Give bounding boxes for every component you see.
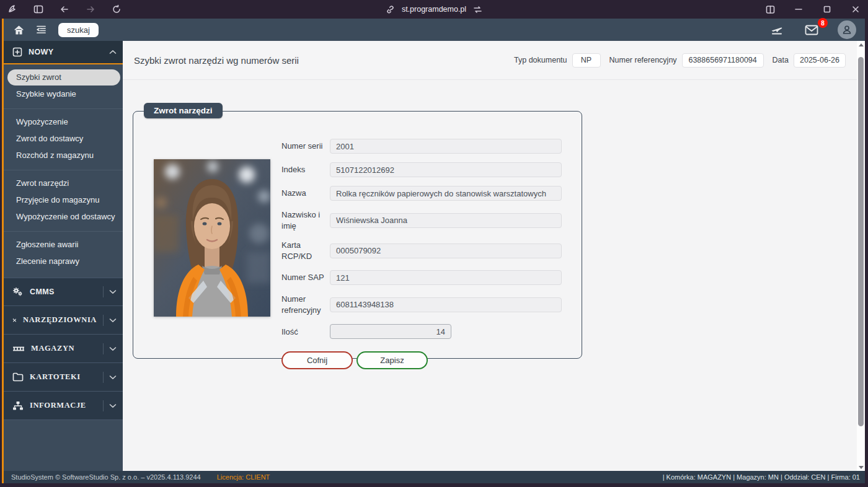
form-row: Numer serii — [281, 139, 562, 154]
card-legend: Zwrot narzędzi — [144, 103, 223, 118]
sidebar-item-rozchod-z-magazynu[interactable]: Rozchód z magazynu — [7, 147, 120, 164]
form-row: Nazwa — [281, 186, 562, 201]
scroll-up-arrow[interactable] — [857, 41, 865, 48]
maximize-icon[interactable] — [821, 3, 833, 15]
sitemap-icon — [12, 401, 24, 411]
zwrot-narzedzi-card: Zwrot narzędzi — [133, 111, 582, 359]
address-bar[interactable]: st.programdemo.pl — [267, 3, 601, 15]
sidebar-item-przyjecie-do-magazynu[interactable]: Przyjęcie do magazynu — [7, 192, 120, 208]
sidebar-section-label: CMMS — [30, 287, 97, 296]
back-icon[interactable] — [58, 3, 71, 15]
sidebar-section-informacje[interactable]: INFORMACJE — [4, 392, 123, 420]
browser-toolbar: st.programdemo.pl — [0, 0, 868, 19]
sidebar-section-cmms[interactable]: CMMS — [4, 278, 123, 306]
form-row: Ilość — [281, 324, 562, 339]
outdent-icon[interactable] — [32, 22, 50, 38]
footer-license: Licencja: CLIENT — [217, 473, 270, 481]
sidebar-item-wypozyczenie-od-dostawcy[interactable]: Wypożyczenie od dostawcy — [7, 209, 120, 225]
field-label: Ilość — [281, 327, 330, 338]
return-form: Numer serii Indeks Nazwa Nazwisko i — [281, 139, 562, 369]
sidebar-section-label: MAGAZYN — [31, 344, 97, 353]
numer-referencyjny-input[interactable] — [330, 297, 562, 312]
ilosc-input[interactable] — [330, 324, 451, 339]
chevron-down-icon — [103, 343, 117, 354]
karta-rcp-kd-input[interactable] — [330, 244, 562, 258]
close-icon[interactable] — [849, 3, 862, 15]
scrollbar-thumb[interactable] — [858, 57, 864, 426]
sidebar-item-zgloszenie-awarii[interactable]: Zgłoszenie awarii — [7, 237, 120, 253]
scroll-down-arrow[interactable] — [857, 463, 865, 471]
sidebar-item-wypozyczenie[interactable]: Wypożyczenie — [7, 114, 120, 130]
app-root: szukaj 8 NOWY — [2, 19, 865, 483]
browser-logo-icon[interactable] — [6, 3, 19, 15]
chevron-down-icon — [103, 315, 117, 326]
indeks-input[interactable] — [330, 162, 562, 177]
sidebar-section-label: INFORMACJE — [30, 401, 97, 410]
save-button[interactable]: Zapisz — [356, 351, 428, 369]
sidebar-group-return: Zwrot narzędzi Przyjęcie do magazynu Wyp… — [4, 170, 123, 232]
field-label: Numer refrencyjny — [281, 294, 330, 315]
url-text: st.programdemo.pl — [402, 5, 466, 14]
sidebar-item-zlecenie-naprawy[interactable]: Zlecenie naprawy — [7, 253, 120, 270]
footer-version: StudioSystem © SoftwareStudio Sp. z o.o.… — [11, 473, 201, 481]
nazwisko-imie-input[interactable] — [330, 213, 562, 228]
sidebar-group-quick: Szybki zwrot Szybkie wydanie — [4, 64, 123, 109]
mail-icon[interactable]: 8 — [803, 22, 820, 38]
sidebar-section-label: KARTOTEKI — [30, 372, 97, 382]
mail-badge: 8 — [818, 18, 828, 28]
form-buttons: Cofnij Zapisz — [281, 351, 562, 369]
form-row: Nazwisko i imię — [281, 209, 562, 231]
sidebar-section-nowy[interactable]: NOWY — [4, 41, 123, 64]
worker-photo — [154, 159, 270, 317]
sidebar-item-szybkie-wydanie[interactable]: Szybkie wydanie — [7, 86, 120, 102]
back-button[interactable]: Cofnij — [281, 351, 353, 369]
sidebar-section-kartoteki[interactable]: KARTOTEKI — [4, 363, 123, 392]
sidebar-section-magazyn[interactable]: MAGAZYN — [4, 335, 123, 363]
page-title: Szybki zwrot narzędzi wg numerów serii — [134, 55, 299, 66]
chevron-down-icon — [103, 400, 117, 411]
minimize-icon[interactable] — [792, 3, 805, 15]
folder-icon — [12, 372, 24, 382]
field-label: Numer SAP — [281, 272, 330, 283]
form-row: Karta RCP/KD — [281, 240, 562, 261]
doc-ref-input[interactable] — [682, 53, 764, 68]
browser-window: st.programdemo.pl — [0, 0, 868, 487]
field-label: Karta RCP/KD — [281, 240, 330, 261]
nazwa-input[interactable] — [330, 186, 562, 201]
panel-icon[interactable] — [764, 3, 776, 15]
sidebar: NOWY Szybki zwrot Szybkie wydanie Wypoży… — [4, 41, 123, 471]
reload-icon[interactable] — [110, 3, 123, 15]
sidebar-item-zwrot-narzedzi[interactable]: Zwrot narzędzi — [7, 175, 120, 191]
doc-type-input[interactable] — [572, 53, 601, 68]
sidebar-item-szybki-zwrot[interactable]: Szybki zwrot — [7, 69, 120, 86]
status-footer: StudioSystem © SoftwareStudio Sp. z o.o.… — [4, 471, 865, 483]
forward-icon[interactable] — [84, 3, 97, 15]
chevron-up-icon — [104, 46, 117, 58]
footer-context: | Komórka: MAGAZYN | Magazyn: MN | Oddzi… — [663, 473, 860, 481]
numer-serii-input[interactable] — [330, 139, 562, 154]
chevron-down-icon — [103, 372, 117, 383]
plus-square-icon — [12, 47, 22, 57]
home-icon[interactable] — [10, 22, 27, 38]
field-label: Numer serii — [281, 141, 330, 152]
sidebar-section-narzedziownia[interactable]: NARZĘDZIOWNIA — [4, 306, 123, 335]
sidebar-item-zwrot-do-dostawcy[interactable]: Zwrot do dostawcy — [7, 131, 120, 147]
doc-ref-label: Numer referencyjny — [609, 56, 677, 64]
search-button[interactable]: szukaj — [58, 23, 99, 37]
user-icon[interactable] — [838, 20, 856, 39]
tune-icon[interactable] — [471, 3, 484, 15]
sidebar-toggle-icon[interactable] — [32, 3, 45, 15]
document-fields: Typ dokumentu Numer referencyjny Data — [510, 53, 846, 68]
plane-icon[interactable] — [768, 22, 786, 38]
form-row: Numer SAP — [281, 270, 562, 285]
field-label: Nazwisko i imię — [281, 209, 330, 231]
doc-type-label: Typ dokumentu — [514, 56, 567, 64]
doc-date-input[interactable] — [794, 53, 846, 68]
field-label: Indeks — [281, 164, 330, 175]
sidebar-section-label: NOWY — [29, 48, 97, 56]
vertical-scrollbar[interactable] — [857, 41, 865, 471]
link-icon — [384, 3, 397, 15]
numer-sap-input[interactable] — [330, 270, 562, 285]
field-label: Nazwa — [281, 188, 330, 199]
sidebar-filler — [4, 420, 123, 471]
